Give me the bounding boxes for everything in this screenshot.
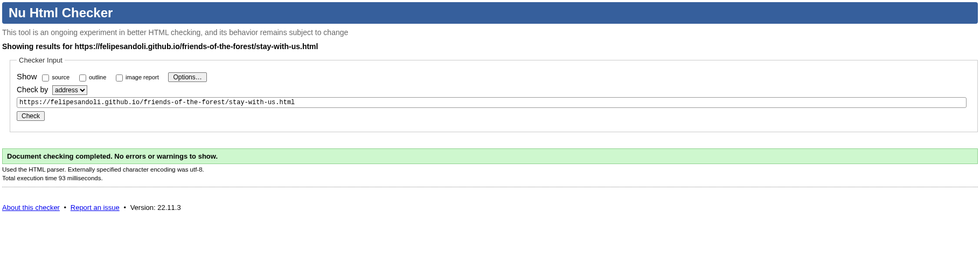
checkby-select[interactable]: address <box>52 85 87 95</box>
source-checkbox[interactable] <box>42 74 49 81</box>
showing-results-prefix: Showing results for <box>2 42 75 51</box>
show-row: Show source outline image report Options… <box>17 72 971 82</box>
separator: • <box>64 203 67 212</box>
about-checker-link[interactable]: About this checker <box>2 203 60 212</box>
image-report-checkbox-label: image report <box>126 74 159 80</box>
version-value: 22.11.3 <box>157 203 180 212</box>
showing-results-url: https://felipesandoli.github.io/friends-… <box>75 42 318 51</box>
check-button[interactable]: Check <box>17 111 45 121</box>
separator: • <box>123 203 126 212</box>
checker-input-legend: Checker Input <box>17 56 65 64</box>
options-button[interactable]: Options… <box>168 72 206 82</box>
parser-info: Used the HTML parser. Externally specifi… <box>2 166 978 173</box>
show-label: Show <box>17 72 37 81</box>
page-title: Nu Html Checker <box>9 5 971 21</box>
outline-checkbox[interactable] <box>79 74 86 81</box>
success-message: Document checking completed. No errors o… <box>2 148 978 164</box>
intro-text: This tool is an ongoing experiment in be… <box>2 28 978 37</box>
header-banner: Nu Html Checker <box>2 2 978 24</box>
source-checkbox-label: source <box>52 74 69 80</box>
exec-time: Total execution time 93 milliseconds. <box>2 175 978 181</box>
outline-checkbox-label: outline <box>89 74 106 80</box>
divider <box>2 187 978 187</box>
checkby-row: Check by address <box>17 85 971 108</box>
checker-input-fieldset: Checker Input Show source outline image … <box>10 56 978 132</box>
check-row: Check <box>17 111 971 121</box>
url-input[interactable] <box>17 97 967 108</box>
report-issue-link[interactable]: Report an issue <box>71 203 120 212</box>
version-label: Version: <box>130 203 158 212</box>
image-report-checkbox[interactable] <box>116 74 123 81</box>
showing-results: Showing results for https://felipesandol… <box>2 42 978 51</box>
footer: About this checker • Report an issue • V… <box>2 203 978 212</box>
checkby-label: Check by <box>17 85 48 94</box>
